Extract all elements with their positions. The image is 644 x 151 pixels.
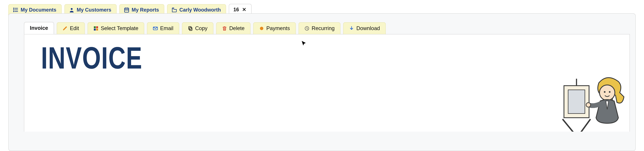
svg-rect-19 <box>190 28 192 30</box>
svg-rect-12 <box>126 10 127 10</box>
tab-label: Copy <box>195 25 208 31</box>
trash-icon <box>222 26 227 31</box>
svg-point-0 <box>14 8 14 8</box>
svg-line-25 <box>562 119 575 132</box>
svg-point-29 <box>604 91 606 93</box>
clock-icon <box>304 26 310 31</box>
tab-label: Edit <box>70 25 79 31</box>
svg-point-2 <box>14 10 14 10</box>
main-panel: Invoice Edit Select Template Email <box>8 13 636 151</box>
copy-icon <box>188 26 193 31</box>
grid-icon <box>94 26 98 31</box>
tab-label: Email <box>160 25 173 31</box>
pencil-icon <box>62 26 68 31</box>
edit-button[interactable]: Edit <box>57 22 85 34</box>
svg-rect-20 <box>189 26 191 29</box>
select-template-button[interactable]: Select Template <box>88 22 144 34</box>
svg-rect-14 <box>94 26 96 28</box>
document-title: INVOICE <box>41 44 487 72</box>
tab-label: Recurring <box>312 25 335 31</box>
tab-label: My Reports <box>132 7 159 13</box>
top-tabs: My Documents My Customers My Reports Car… <box>0 0 644 15</box>
cursor-icon <box>301 40 307 46</box>
svg-rect-11 <box>125 10 126 10</box>
svg-point-6 <box>71 8 72 10</box>
svg-point-30 <box>609 91 610 93</box>
recurring-button[interactable]: Recurring <box>298 22 340 34</box>
delete-button[interactable]: Delete <box>216 22 250 34</box>
folder-open-icon <box>172 7 177 13</box>
tab-label: 16 <box>233 7 239 12</box>
tab-label: Invoice <box>30 25 48 31</box>
envelope-icon <box>153 26 158 31</box>
tab-invoice[interactable]: Invoice <box>24 22 54 34</box>
dot-orange-icon <box>259 26 264 31</box>
svg-point-4 <box>14 11 14 12</box>
copy-button[interactable]: Copy <box>182 22 213 34</box>
svg-rect-24 <box>568 90 585 114</box>
svg-point-28 <box>600 85 615 100</box>
svg-line-26 <box>579 119 590 132</box>
svg-rect-15 <box>96 26 98 28</box>
document-viewport: INVOICE <box>24 34 630 132</box>
company-logo <box>558 73 628 132</box>
tab-label: My Customers <box>77 7 111 13</box>
download-button[interactable]: Download <box>343 22 386 34</box>
tab-label: Download <box>356 25 380 31</box>
payments-button[interactable]: Payments <box>253 22 296 34</box>
email-button[interactable]: Email <box>147 22 179 34</box>
svg-point-21 <box>260 27 263 30</box>
download-icon <box>349 26 354 31</box>
tab-label: Select Template <box>101 25 138 31</box>
svg-rect-16 <box>94 28 96 30</box>
tab-label: Payments <box>266 25 290 31</box>
svg-rect-17 <box>96 28 98 30</box>
svg-rect-13 <box>128 10 128 10</box>
tab-label: Delete <box>229 25 244 31</box>
close-icon[interactable]: ✕ <box>242 7 246 12</box>
list-icon <box>13 7 18 13</box>
tab-label: Carly Woodworth <box>179 7 221 13</box>
tab-label: My Documents <box>21 7 56 13</box>
svg-point-31 <box>586 103 590 107</box>
calendar-icon <box>124 7 130 13</box>
action-tabs: Invoice Edit Select Template Email <box>9 22 635 34</box>
user-icon <box>69 7 74 13</box>
